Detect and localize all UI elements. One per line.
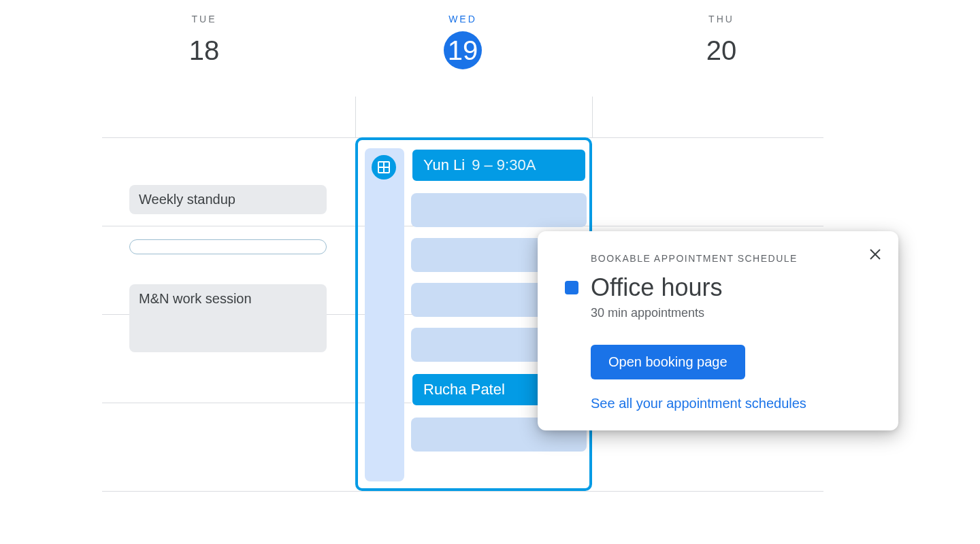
day-number: 18 bbox=[185, 31, 223, 69]
close-button[interactable] bbox=[864, 243, 886, 265]
appointment-popover: BOOKABLE APPOINTMENT SCHEDULE Office hou… bbox=[538, 231, 898, 430]
event-weekly-standup[interactable]: Weekly standup bbox=[129, 185, 327, 214]
see-all-schedules-link[interactable]: See all your appointment schedules bbox=[591, 396, 874, 411]
day-number: 19 bbox=[444, 31, 482, 69]
popover-category-label: BOOKABLE APPOINTMENT SCHEDULE bbox=[591, 253, 874, 264]
event-work-session[interactable]: M&N work session bbox=[129, 284, 327, 352]
slot-attendee: Rucha Patel bbox=[423, 381, 505, 398]
slot-attendee: Yun Li bbox=[423, 156, 465, 174]
grid-icon bbox=[372, 155, 396, 180]
event-title: M&N work session bbox=[139, 291, 252, 306]
slot-available[interactable] bbox=[411, 193, 587, 227]
slot-track bbox=[365, 148, 404, 481]
event-title: Weekly standup bbox=[139, 192, 235, 207]
popover-title-row: Office hours bbox=[562, 273, 874, 302]
popover-subtitle: 30 min appointments bbox=[591, 306, 874, 320]
color-chip-icon bbox=[565, 281, 578, 294]
grid-line bbox=[102, 491, 823, 492]
day-number: 20 bbox=[702, 31, 740, 69]
col-divider bbox=[592, 97, 593, 137]
day-header-tue[interactable]: TUE 18 bbox=[136, 14, 272, 69]
event-placeholder[interactable] bbox=[129, 239, 327, 254]
day-headers-row: TUE 18 WED 19 THU 20 bbox=[102, 14, 823, 69]
day-header-wed[interactable]: WED 19 bbox=[395, 14, 531, 69]
slot-booked-yun-li[interactable]: Yun Li 9 – 9:30A bbox=[411, 148, 587, 182]
day-header-thu[interactable]: THU 20 bbox=[653, 14, 789, 69]
day-name: TUE bbox=[192, 14, 217, 24]
col-divider bbox=[355, 97, 356, 137]
popover-title: Office hours bbox=[591, 273, 722, 302]
open-booking-page-button[interactable]: Open booking page bbox=[591, 345, 745, 379]
day-name: THU bbox=[708, 14, 734, 24]
day-name: WED bbox=[448, 14, 477, 24]
close-icon bbox=[868, 248, 882, 261]
slot-time: 9 – 9:30A bbox=[472, 156, 536, 174]
